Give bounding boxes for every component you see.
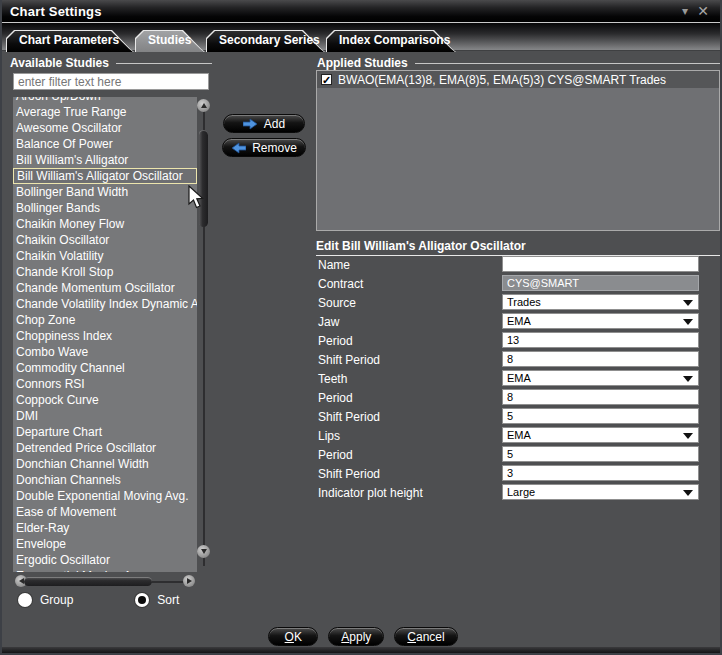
list-item[interactable]: Bill William's Alligator (13, 152, 197, 168)
apply-button[interactable]: Apply (328, 627, 384, 646)
window-menu-icon[interactable]: ▾ (676, 4, 694, 18)
list-item[interactable]: Bollinger Band Width (13, 184, 197, 200)
list-item-label: Detrended Price Oscillator (16, 441, 156, 455)
field-control[interactable]: 8 (502, 389, 699, 405)
add-button[interactable]: Add (223, 114, 305, 133)
arrow-right-icon (243, 118, 258, 130)
horizontal-scrollbar[interactable] (13, 575, 197, 588)
field-control[interactable]: Trades (502, 294, 699, 310)
tab-label: Index Comparisons (339, 33, 450, 47)
list-item[interactable]: Double Exponential Moving Avg. (13, 488, 197, 504)
applied-studies-list[interactable]: BWAO(EMA(13)8, EMA(8)5, EMA(5)3) CYS@SMA… (316, 70, 720, 231)
filter-input[interactable] (13, 73, 209, 90)
tab-label: Secondary Series (219, 33, 320, 47)
list-item[interactable]: Elder-Ray (13, 520, 197, 536)
list-item-label: Exponential Moving Avg. (16, 569, 147, 572)
scroll-right-button[interactable] (183, 575, 195, 587)
list-item[interactable]: Donchian Channel Width (13, 456, 197, 472)
list-item[interactable]: Bill William's Alligator Oscillator (13, 168, 197, 184)
form-field-row: Lips EMA (316, 427, 720, 446)
group-radio[interactable]: Group (18, 593, 73, 607)
tab[interactable]: Index Comparisons (326, 30, 456, 52)
form-field-row: Contract CYS@SMART (316, 275, 720, 294)
close-icon[interactable]: ✕ (694, 3, 712, 19)
list-item-label: Aroon Up/Down (16, 97, 101, 103)
field-control[interactable]: EMA (502, 370, 699, 386)
list-item[interactable]: Choppiness Index (13, 328, 197, 344)
scroll-up-button[interactable] (197, 99, 210, 112)
remove-button[interactable]: Remove (222, 138, 306, 157)
chart-settings-dialog: Chart Settings ▾ ✕ Chart Parameters Stud… (0, 0, 722, 655)
group-sort-radios: Group Sort (18, 593, 179, 607)
form-field-row: Period 13 (316, 332, 720, 351)
list-item[interactable]: Chaikin Volatility (13, 248, 197, 264)
list-item-label: Bill William's Alligator Oscillator (17, 169, 183, 183)
list-item[interactable]: Chande Momentum Oscillator (13, 280, 197, 296)
study-enabled-checkbox[interactable] (321, 74, 332, 85)
edit-form: Name Contract CYS@SMART Source Trades Ja… (316, 256, 720, 503)
field-control[interactable]: 8 (502, 351, 699, 367)
ok-button[interactable]: OK (268, 627, 318, 646)
list-item[interactable]: Bollinger Bands (13, 200, 197, 216)
list-item[interactable]: Aroon Up/Down (13, 97, 197, 104)
list-item[interactable]: Chaikin Oscillator (13, 232, 197, 248)
list-item[interactable]: Balance Of Power (13, 136, 197, 152)
vertical-scrollbar[interactable] (197, 97, 210, 572)
window-title: Chart Settings (10, 4, 102, 19)
list-item[interactable]: Average True Range (13, 104, 197, 120)
list-item-label: Chaikin Money Flow (16, 217, 124, 231)
field-control[interactable]: 5 (502, 446, 699, 462)
sort-radio[interactable]: Sort (135, 593, 179, 607)
list-item[interactable]: DMI (13, 408, 197, 424)
list-item[interactable]: Awesome Oscillator (13, 120, 197, 136)
scrollbar-thumb[interactable] (24, 577, 152, 586)
left-arrow-icon (19, 578, 24, 584)
apply-button-label: Apply (341, 630, 371, 644)
tab[interactable]: Chart Parameters (6, 30, 134, 52)
list-item-label: Chande Momentum Oscillator (16, 281, 175, 295)
list-item-label: Chaikin Volatility (16, 249, 103, 263)
field-control[interactable]: EMA (502, 427, 699, 443)
list-item[interactable]: Connors RSI (13, 376, 197, 392)
list-item[interactable]: Commodity Channel (13, 360, 197, 376)
list-item-label: Chande Volatility Index Dynamic Avg. (16, 297, 197, 311)
scrollbar-thumb[interactable] (199, 130, 208, 227)
list-item[interactable]: Departure Chart (13, 424, 197, 440)
field-label: Name (318, 258, 350, 272)
scroll-down-button[interactable] (197, 545, 210, 558)
sort-radio-label: Sort (157, 593, 179, 607)
field-control[interactable]: 13 (502, 332, 699, 348)
available-studies-header: Available Studies (10, 56, 212, 70)
field-control[interactable]: 5 (502, 408, 699, 424)
list-item[interactable]: Donchian Channels (13, 472, 197, 488)
list-item[interactable]: Envelope (13, 536, 197, 552)
available-studies-list[interactable]: Aroon Up/Down Average True Range Awesome… (13, 97, 197, 572)
field-control[interactable]: CYS@SMART (502, 275, 699, 291)
list-item-label: Chande Kroll Stop (16, 265, 113, 279)
list-item-label: Ergodic Oscillator (16, 553, 110, 567)
list-item[interactable]: Coppock Curve (13, 392, 197, 408)
cancel-button[interactable]: Cancel (394, 627, 457, 646)
tab[interactable]: Secondary Series (206, 30, 325, 52)
list-item[interactable]: Ergodic Oscillator (13, 552, 197, 568)
list-item[interactable]: Exponential Moving Avg. (13, 568, 197, 572)
applied-studies-title: Applied Studies (317, 56, 408, 70)
list-item-label: Coppock Curve (16, 393, 99, 407)
list-item[interactable]: Combo Wave (13, 344, 197, 360)
list-item[interactable]: Chande Volatility Index Dynamic Avg. (13, 296, 197, 312)
list-item[interactable]: Chande Kroll Stop (13, 264, 197, 280)
field-label: Lips (318, 429, 340, 443)
list-item[interactable]: Detrended Price Oscillator (13, 440, 197, 456)
list-item[interactable]: Chop Zone (13, 312, 197, 328)
list-item[interactable]: Ease of Movement (13, 504, 197, 520)
list-item-label: Double Exponential Moving Avg. (16, 489, 189, 503)
remove-button-label: Remove (252, 141, 297, 155)
add-button-label: Add (264, 117, 285, 131)
applied-study-row[interactable]: BWAO(EMA(13)8, EMA(8)5, EMA(5)3) CYS@SMA… (317, 71, 719, 88)
field-control[interactable]: Large (502, 484, 699, 500)
list-item[interactable]: Chaikin Money Flow (13, 216, 197, 232)
field-control[interactable]: 3 (502, 465, 699, 481)
field-control[interactable] (502, 256, 699, 272)
field-control[interactable]: EMA (502, 313, 699, 329)
tab[interactable]: Studies (135, 30, 205, 52)
